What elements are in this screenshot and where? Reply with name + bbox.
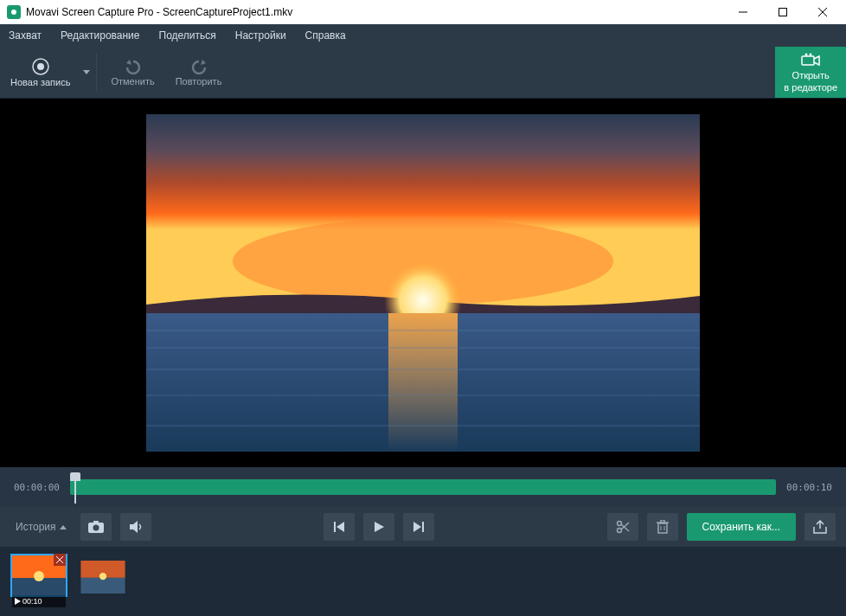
chevron-down-icon: [83, 70, 90, 74]
thumbnail-duration: 00:10: [22, 597, 42, 606]
delete-button[interactable]: [647, 513, 678, 541]
svg-point-7: [37, 63, 44, 70]
prev-frame-button[interactable]: [324, 513, 355, 541]
svg-rect-32: [661, 520, 664, 523]
chevron-up-icon: [60, 525, 67, 529]
svg-point-39: [34, 571, 44, 581]
skip-back-icon: [333, 521, 345, 533]
svg-point-10: [810, 53, 812, 55]
minimize-button[interactable]: [723, 0, 763, 24]
history-label: История: [16, 521, 56, 533]
menu-settings[interactable]: Настройки: [235, 29, 286, 42]
play-button[interactable]: [363, 513, 394, 541]
menu-help[interactable]: Справка: [305, 29, 346, 42]
svg-rect-8: [802, 56, 814, 65]
skip-forward-icon: [413, 521, 425, 533]
svg-point-22: [93, 525, 99, 531]
close-button[interactable]: [803, 0, 843, 24]
timeline-row: 00:00:00 00:00:10: [0, 467, 846, 507]
undo-label: Отменить: [111, 76, 154, 87]
menubar: Захват Редактирование Поделиться Настрой…: [0, 24, 846, 47]
thumbnail-row: 00:10: [0, 547, 846, 614]
redo-button[interactable]: Повторить: [165, 47, 233, 98]
video-preview[interactable]: [146, 114, 700, 452]
close-icon: [56, 556, 63, 563]
speaker-icon: [128, 520, 144, 534]
app-icon: [7, 5, 21, 19]
thumbnail-item[interactable]: [76, 554, 130, 607]
thumbnail-item[interactable]: 00:10: [12, 554, 66, 607]
time-start: 00:00:00: [14, 482, 60, 493]
menu-share[interactable]: Поделиться: [159, 29, 216, 42]
undo-button[interactable]: Отменить: [100, 47, 164, 98]
thumbnail-footer: 00:10: [12, 595, 66, 607]
menu-capture[interactable]: Захват: [9, 29, 42, 42]
svg-rect-3: [779, 9, 787, 16]
thumbnail-close-button[interactable]: [54, 554, 66, 566]
redo-icon: [189, 59, 208, 74]
open-in-editor-button[interactable]: Открыть в редакторе: [775, 47, 846, 98]
camera-icon: [801, 53, 820, 68]
time-end: 00:00:10: [786, 482, 832, 493]
svg-rect-41: [80, 578, 125, 594]
svg-point-1: [11, 10, 16, 15]
timeline-track[interactable]: [70, 479, 776, 495]
window-title: Movavi Screen Capture Pro - ScreenCaptur…: [26, 6, 723, 18]
save-as-button[interactable]: Сохранить как...: [687, 513, 796, 541]
save-as-label: Сохранить как...: [702, 521, 780, 533]
playhead[interactable]: [70, 472, 80, 504]
svg-point-9: [805, 53, 808, 55]
play-icon: [14, 598, 21, 605]
preview-area: [0, 99, 846, 467]
open-editor-label-1: Открыть: [792, 70, 830, 80]
svg-rect-25: [422, 522, 424, 532]
controls-row: История Сохранить как...: [0, 507, 846, 547]
next-frame-button[interactable]: [403, 513, 434, 541]
menu-edit[interactable]: Редактирование: [61, 29, 139, 42]
new-recording-button[interactable]: Новая запись: [0, 47, 80, 98]
svg-rect-30: [658, 523, 667, 533]
open-editor-label-2: в редакторе: [784, 82, 837, 93]
undo-icon: [124, 59, 143, 74]
toolbar: Новая запись Отменить Повторить Открыть …: [0, 47, 846, 99]
new-recording-dropdown[interactable]: [80, 47, 93, 98]
separator: [96, 54, 97, 91]
trash-icon: [657, 520, 669, 534]
thumbnail-image: [76, 561, 130, 594]
play-icon: [373, 521, 385, 533]
maximize-button[interactable]: [763, 0, 803, 24]
share-icon: [813, 520, 827, 534]
photo-camera-icon: [88, 521, 104, 533]
history-button[interactable]: История: [10, 521, 72, 533]
cut-button[interactable]: [607, 513, 638, 541]
record-icon: [32, 58, 49, 75]
redo-label: Повторить: [176, 76, 222, 87]
svg-rect-24: [334, 522, 336, 532]
screenshot-button[interactable]: [80, 513, 112, 541]
scissors-icon: [616, 520, 630, 534]
svg-rect-23: [93, 521, 99, 523]
mute-button[interactable]: [120, 513, 151, 541]
svg-point-42: [99, 573, 106, 580]
titlebar: Movavi Screen Capture Pro - ScreenCaptur…: [0, 0, 846, 24]
svg-rect-15: [388, 313, 458, 452]
new-recording-label: Новая запись: [10, 77, 70, 87]
share-button[interactable]: [804, 513, 836, 541]
